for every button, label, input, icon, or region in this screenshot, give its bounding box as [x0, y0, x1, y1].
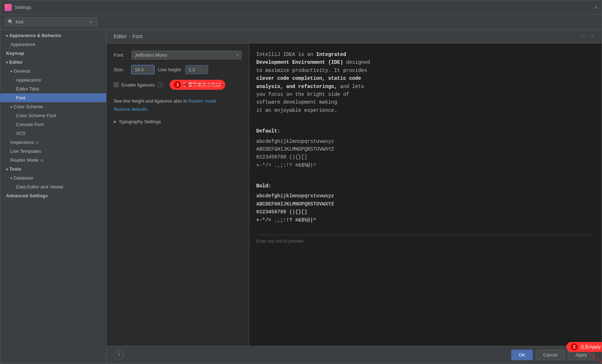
sidebar-item-vcs[interactable]: VCS	[0, 129, 106, 138]
sidebar-label-reader-mode: Reader Mode	[10, 157, 38, 163]
titlebar: Settings ×	[0, 0, 602, 15]
sidebar-label-color-scheme-font: Color Scheme Font	[16, 113, 56, 118]
preview-bold-special: +-*/= .,;:!? #&$%@|^	[256, 216, 595, 224]
font-label: Font:	[114, 52, 128, 58]
annotation-text-1: 设置字体大小为18	[183, 82, 221, 88]
size-row: Size: Line height:	[114, 65, 242, 74]
help-button[interactable]: ?	[114, 350, 124, 360]
annotation-number-1: 1	[174, 81, 181, 88]
settings-content: Font: JetBrains Mono ▾ Size: Line height…	[107, 43, 602, 346]
sidebar-item-color-scheme-font[interactable]: Color Scheme Font	[0, 111, 106, 120]
sidebar-item-data-editor[interactable]: Data Editor and Viewer	[0, 182, 106, 191]
font-dropdown[interactable]: JetBrains Mono ▾	[132, 51, 242, 59]
sidebar-item-inspections[interactable]: Inspections▣	[0, 138, 106, 147]
search-input[interactable]	[16, 19, 87, 25]
sidebar: ▾Appearance & BehaviorAppearanceKeymap▾E…	[0, 30, 107, 364]
ligatures-label: Enable ligatures	[122, 82, 155, 88]
panel-header: Editor › Font ← →	[107, 30, 602, 43]
sidebar-label-appearance-behavior: Appearance & Behavior	[9, 33, 62, 38]
sidebar-item-live-templates[interactable]: Live Templates	[0, 147, 106, 156]
typography-settings-label: Typography Settings	[119, 119, 161, 124]
sidebar-item-advanced-settings[interactable]: Advanced Settings	[0, 191, 106, 200]
sidebar-label-data-editor: Data Editor and Viewer	[16, 184, 63, 189]
breadcrumb-editor: Editor	[114, 33, 127, 39]
sidebar-item-keymap[interactable]: Keymap	[0, 49, 106, 58]
search-wrap: 🔍 ✕	[5, 17, 97, 26]
close-button[interactable]: ×	[594, 4, 597, 11]
font-settings-panel: Font: JetBrains Mono ▾ Size: Line height…	[107, 43, 249, 346]
clear-search-button[interactable]: ✕	[89, 20, 93, 25]
apply-button[interactable]: Apply	[568, 350, 595, 360]
annotation-tooltip-1: 1 设置字体大小为18	[170, 80, 225, 90]
sidebar-item-console-font[interactable]: Console Font	[0, 120, 106, 129]
breadcrumb-font: Font	[133, 33, 143, 39]
window-title: Settings	[15, 5, 31, 10]
sidebar-label-general: General	[14, 68, 30, 74]
sidebar-label-vcs: VCS	[16, 131, 26, 136]
line-height-input[interactable]	[185, 65, 208, 74]
preview-bold-nums: 0123456789 (){}[]	[256, 208, 595, 216]
sidebar-item-editor[interactable]: ▾Editor	[0, 58, 106, 67]
sidebar-item-reader-mode[interactable]: Reader Mode▣	[0, 156, 106, 165]
ok-button[interactable]: OK	[511, 350, 533, 360]
sidebar-label-editor: Editor	[9, 59, 23, 65]
action-buttons: OK Cancel Apply	[511, 350, 595, 360]
preview-default-special: +-*/= .,;:!? #&$%@|^	[256, 161, 595, 169]
preview-bold-lower: abcdefghijklmnopqrstuvwxyz	[256, 192, 595, 200]
sidebar-label-inspections: Inspections	[10, 140, 34, 145]
sidebar-item-appearance-behavior[interactable]: ▾Appearance & Behavior	[0, 31, 106, 40]
bottom-bar: ? OK Cancel Apply	[107, 346, 602, 364]
nav-arrows: ← →	[580, 33, 595, 40]
search-icon: 🔍	[8, 19, 14, 25]
breadcrumb: Editor › Font	[114, 33, 143, 39]
sidebar-label-advanced-settings: Advanced Settings	[6, 193, 48, 198]
sidebar-item-general[interactable]: ▾General	[0, 67, 106, 76]
sidebar-label-database: Database	[14, 175, 34, 181]
info-line: See line height and ligatures also in Re…	[114, 98, 242, 104]
preview-bold-label: Bold:	[256, 182, 595, 190]
restore-defaults-link[interactable]: Restore defaults	[114, 106, 242, 112]
reader-mode-link[interactable]: Reader mode	[188, 98, 216, 104]
preview-default-label: Default:	[256, 127, 595, 135]
breadcrumb-separator: ›	[129, 34, 130, 39]
font-row: Font: JetBrains Mono ▾	[114, 51, 242, 59]
typography-settings-row[interactable]: ▶ Typography Settings	[114, 119, 242, 124]
sidebar-label-color-scheme: Color Scheme	[14, 104, 43, 109]
sidebar-label-tools: Tools	[9, 166, 21, 172]
sidebar-item-tools[interactable]: ▾Tools	[0, 165, 106, 173]
ligatures-checkbox[interactable]	[114, 82, 119, 87]
right-panel: Editor › Font ← → Font:	[107, 30, 602, 364]
nav-back-button[interactable]: ←	[580, 33, 586, 40]
preview-bold-2: clever code completion, static code anal…	[256, 76, 361, 89]
sidebar-label-appearance2: Appearance	[16, 77, 41, 83]
sidebar-item-color-scheme[interactable]: ▾Color Scheme	[0, 102, 106, 111]
size-input[interactable]	[132, 65, 154, 74]
sidebar-item-editor-tabs[interactable]: Editor Tabs	[0, 84, 106, 93]
sidebar-label-console-font: Console Font	[16, 122, 43, 127]
size-label: Size:	[114, 67, 128, 72]
preview-default-upper: ABCDEFGHIJKLMNOPQRSTUVWXYZ	[256, 145, 595, 153]
nav-forward-button[interactable]: →	[589, 33, 595, 40]
sidebar-label-keymap: Keymap	[6, 51, 24, 56]
sidebar-icon-inspections: ▣	[35, 140, 39, 145]
sidebar-label-appearance: Appearance	[10, 42, 35, 47]
sidebar-label-editor-tabs: Editor Tabs	[16, 86, 39, 92]
preview-intro: IntelliJ IDEA is an IntegratedDevelopmen…	[256, 51, 595, 114]
search-bar: 🔍 ✕	[0, 15, 602, 30]
chevron-right-icon: ▶	[114, 119, 117, 124]
sidebar-item-appearance[interactable]: Appearance	[0, 40, 106, 49]
cancel-button[interactable]: Cancel	[536, 350, 565, 360]
preview-input-placeholder: Enter any text to preview	[256, 235, 595, 245]
preview-default-nums: 0123456789 (){}[]	[256, 153, 595, 161]
ligatures-help-icon[interactable]: ?	[158, 82, 163, 88]
sidebar-item-database[interactable]: ▾Database	[0, 173, 106, 182]
sidebar-item-font[interactable]: Font	[0, 93, 106, 102]
sidebar-label-font: Font	[16, 95, 25, 100]
sidebar-label-live-templates: Live Templates	[10, 149, 41, 154]
app-icon	[5, 4, 12, 11]
sidebar-item-appearance2[interactable]: Appearance	[0, 76, 106, 84]
line-height-label: Line height:	[158, 67, 182, 72]
font-value: JetBrains Mono	[135, 52, 167, 58]
preview-bold-upper: ABCDEFGHIJKLMNOPQRSTUVWXYZ	[256, 200, 595, 208]
preview-area: IntelliJ IDEA is an IntegratedDevelopmen…	[249, 43, 602, 346]
